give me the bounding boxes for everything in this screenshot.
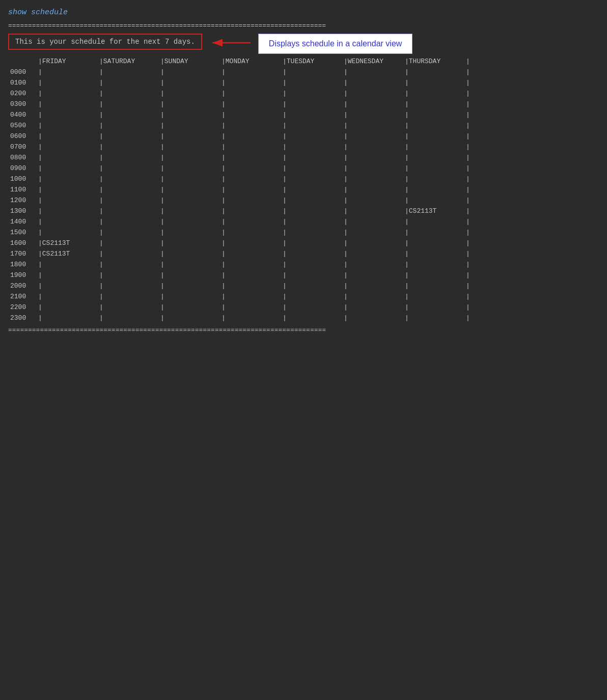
end-pipe: | xyxy=(464,152,599,163)
cell-0100-thursday: | xyxy=(403,77,464,88)
cell-0300-monday: | xyxy=(219,99,281,109)
header-friday: |FRIDAY xyxy=(36,56,97,67)
cell-1700-thursday: | xyxy=(403,248,464,259)
cell-0000-saturday: | xyxy=(97,67,158,77)
cell-0800-friday: | xyxy=(36,152,97,163)
cell-0900-tuesday: | xyxy=(281,163,342,174)
cell-0800-wednesday: | xyxy=(342,152,403,163)
time-cell: 1900 xyxy=(8,270,36,281)
cell-0700-tuesday: | xyxy=(281,142,342,152)
cell-0100-wednesday: | xyxy=(342,77,403,88)
table-row: 2000|||||||| xyxy=(8,281,599,291)
cell-1600-tuesday: | xyxy=(281,238,342,248)
table-row: 0400|||||||| xyxy=(8,109,599,120)
cell-2100-saturday: | xyxy=(97,291,158,302)
cell-0000-tuesday: | xyxy=(281,67,342,77)
cell-1600-sunday: | xyxy=(158,238,219,248)
time-cell: 1800 xyxy=(8,259,36,270)
schedule-notice: This is your schedule for the next 7 day… xyxy=(8,34,202,50)
time-cell: 0300 xyxy=(8,99,36,109)
cell-1100-sunday: | xyxy=(158,184,219,195)
cell-2100-monday: | xyxy=(219,291,281,302)
time-cell: 1600 xyxy=(8,238,36,248)
cell-2200-wednesday: | xyxy=(342,302,403,313)
cell-0500-monday: | xyxy=(219,120,281,131)
cell-0700-friday: | xyxy=(36,142,97,152)
cell-0900-wednesday: | xyxy=(342,163,403,174)
cell-1000-friday: | xyxy=(36,174,97,184)
cell-1900-thursday: | xyxy=(403,270,464,281)
cell-1200-wednesday: | xyxy=(342,195,403,206)
cell-0300-thursday: | xyxy=(403,99,464,109)
time-cell: 0900 xyxy=(8,163,36,174)
cell-1900-friday: | xyxy=(36,270,97,281)
cell-0700-saturday: | xyxy=(97,142,158,152)
cell-1400-friday: | xyxy=(36,216,97,227)
time-cell: 0800 xyxy=(8,152,36,163)
cell-0000-monday: | xyxy=(219,67,281,77)
cell-1400-saturday: | xyxy=(97,216,158,227)
time-cell: 0400 xyxy=(8,109,36,120)
cell-2100-sunday: | xyxy=(158,291,219,302)
end-pipe: | xyxy=(464,131,599,142)
cell-0300-sunday: | xyxy=(158,99,219,109)
cell-0400-thursday: | xyxy=(403,109,464,120)
cell-0800-thursday: | xyxy=(403,152,464,163)
cell-0100-monday: | xyxy=(219,77,281,88)
cell-0200-monday: | xyxy=(219,88,281,99)
time-cell: 1200 xyxy=(8,195,36,206)
cell-2200-saturday: | xyxy=(97,302,158,313)
cell-2000-friday: | xyxy=(36,281,97,291)
cell-1900-tuesday: | xyxy=(281,270,342,281)
cell-1200-saturday: | xyxy=(97,195,158,206)
cell-1800-tuesday: | xyxy=(281,259,342,270)
cell-0600-friday: | xyxy=(36,131,97,142)
end-pipe: | xyxy=(464,88,599,99)
cell-0800-tuesday: | xyxy=(281,152,342,163)
cell-1400-sunday: | xyxy=(158,216,219,227)
table-row: 1300|||||||CS2113T| xyxy=(8,206,599,216)
cell-0100-sunday: | xyxy=(158,77,219,88)
header-wednesday: |WEDNESDAY xyxy=(342,56,403,67)
cell-0600-monday: | xyxy=(219,131,281,142)
time-cell: 0600 xyxy=(8,131,36,142)
end-pipe: | xyxy=(464,227,599,238)
end-pipe: | xyxy=(464,99,599,109)
table-row: 1600|CS2113T||||||| xyxy=(8,238,599,248)
cell-1600-monday: | xyxy=(219,238,281,248)
cell-0600-saturday: | xyxy=(97,131,158,142)
table-row: 0500|||||||| xyxy=(8,120,599,131)
end-pipe: | xyxy=(464,163,599,174)
cell-1200-thursday: | xyxy=(403,195,464,206)
cell-0500-sunday: | xyxy=(158,120,219,131)
tooltip-box: Displays schedule in a calendar view xyxy=(258,34,412,54)
cell-2100-tuesday: | xyxy=(281,291,342,302)
end-pipe: | xyxy=(464,216,599,227)
end-pipe: | xyxy=(464,270,599,281)
end-pipe: | xyxy=(464,142,599,152)
cell-1400-tuesday: | xyxy=(281,216,342,227)
time-cell: 1700 xyxy=(8,248,36,259)
cell-0300-friday: | xyxy=(36,99,97,109)
end-pipe: | xyxy=(464,302,599,313)
cell-2200-monday: | xyxy=(219,302,281,313)
cell-1300-sunday: | xyxy=(158,206,219,216)
cell-2100-thursday: | xyxy=(403,291,464,302)
cell-1200-sunday: | xyxy=(158,195,219,206)
cell-0900-saturday: | xyxy=(97,163,158,174)
header-saturday: |SATURDAY xyxy=(97,56,158,67)
cell-1500-monday: | xyxy=(219,227,281,238)
cell-2000-monday: | xyxy=(219,281,281,291)
cell-0400-friday: | xyxy=(36,109,97,120)
time-cell: 0500 xyxy=(8,120,36,131)
time-cell: 2200 xyxy=(8,302,36,313)
header-monday: |MONDAY xyxy=(219,56,281,67)
header-end-pipe: | xyxy=(464,56,599,67)
cell-0700-sunday: | xyxy=(158,142,219,152)
cell-0800-sunday: | xyxy=(158,152,219,163)
cell-1600-wednesday: | xyxy=(342,238,403,248)
cell-1600-saturday: | xyxy=(97,238,158,248)
time-cell: 0200 xyxy=(8,88,36,99)
header-thursday: |THURSDAY xyxy=(403,56,464,67)
cell-0400-sunday: | xyxy=(158,109,219,120)
